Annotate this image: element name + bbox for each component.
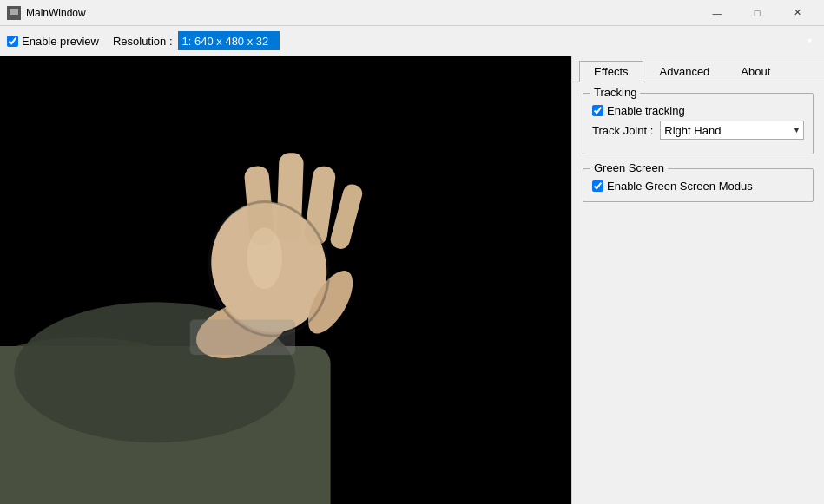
- resolution-select[interactable]: 1: 640 x 480 x 32 2: 320 x 240 x 32 3: 1…: [178, 31, 280, 50]
- enable-preview-label: Enable preview: [22, 35, 99, 48]
- tab-effects[interactable]: Effects: [579, 61, 643, 82]
- minimize-button[interactable]: —: [697, 0, 737, 26]
- track-joint-label: Track Joint :: [592, 124, 653, 137]
- resolution-select-wrapper: 1: 640 x 480 x 32 2: 320 x 240 x 32 3: 1…: [178, 31, 817, 50]
- tracking-group-title: Tracking: [590, 86, 640, 99]
- effects-tab-content: Tracking Enable tracking Track Joint : R…: [572, 82, 824, 504]
- green-screen-group-title: Green Screen: [590, 161, 668, 174]
- tab-about[interactable]: About: [726, 61, 785, 82]
- app-icon: [7, 6, 21, 20]
- hand-canvas: [0, 56, 571, 504]
- enable-tracking-checkbox[interactable]: [592, 105, 603, 116]
- hand-preview-svg: [0, 56, 571, 504]
- svg-rect-10: [276, 153, 304, 241]
- body-area: Effects Advanced About Tracking Enable t…: [0, 56, 824, 504]
- preview-area: [0, 56, 571, 504]
- track-joint-select[interactable]: Right Hand Left Hand Right Wrist Left Wr…: [660, 121, 804, 140]
- title-bar: MainWindow — □ ✕: [0, 0, 824, 26]
- enable-preview-checkbox-label[interactable]: Enable preview: [7, 35, 99, 48]
- svg-rect-15: [190, 320, 295, 355]
- enable-tracking-label[interactable]: Enable tracking: [592, 104, 804, 117]
- svg-rect-12: [328, 182, 364, 251]
- enable-green-screen-label[interactable]: Enable Green Screen Modus: [592, 180, 804, 193]
- resolution-row: Resolution : 1: 640 x 480 x 32 2: 320 x …: [113, 31, 817, 50]
- enable-green-screen-checkbox[interactable]: [592, 180, 603, 192]
- window-title: MainWindow: [26, 7, 697, 19]
- tab-advanced[interactable]: Advanced: [645, 61, 725, 82]
- track-joint-select-wrapper: Right Hand Left Hand Right Wrist Left Wr…: [660, 121, 804, 140]
- enable-preview-checkbox[interactable]: [7, 36, 18, 47]
- svg-point-13: [247, 227, 281, 289]
- main-content: Enable preview Resolution : 1: 640 x 480…: [0, 26, 824, 504]
- maximize-button[interactable]: □: [737, 0, 777, 26]
- enable-tracking-text: Enable tracking: [607, 104, 685, 117]
- svg-rect-1: [10, 9, 18, 15]
- tracking-group: Tracking Enable tracking Track Joint : R…: [583, 93, 814, 154]
- top-bar: Enable preview Resolution : 1: 640 x 480…: [0, 26, 824, 56]
- right-panel: Effects Advanced About Tracking Enable t…: [571, 56, 824, 504]
- track-joint-row: Track Joint : Right Hand Left Hand Right…: [592, 121, 804, 140]
- resolution-label: Resolution :: [113, 35, 173, 48]
- green-screen-group: Green Screen Enable Green Screen Modus: [583, 168, 814, 202]
- tabs: Effects Advanced About: [572, 56, 824, 82]
- enable-green-screen-text: Enable Green Screen Modus: [607, 180, 753, 193]
- close-button[interactable]: ✕: [777, 0, 817, 26]
- window-controls: — □ ✕: [697, 0, 817, 26]
- svg-rect-11: [303, 165, 337, 246]
